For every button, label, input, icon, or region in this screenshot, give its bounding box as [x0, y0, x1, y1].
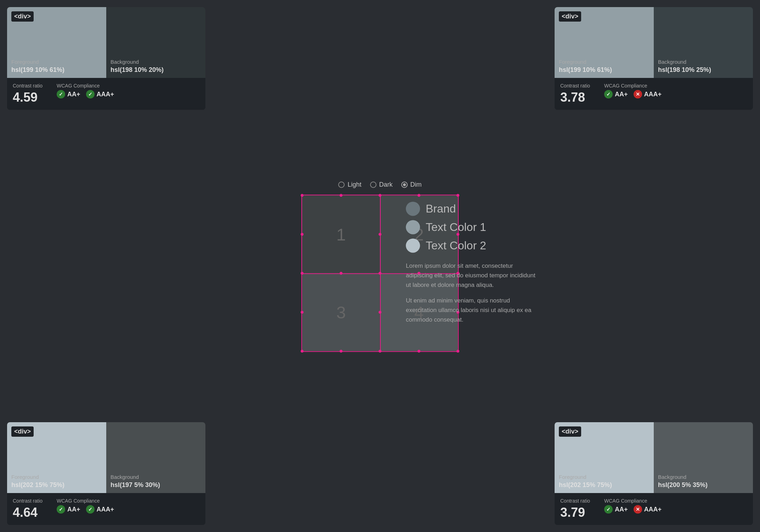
panel-br-info: Contrast ratio 3.79 WCAG Compliance ✓ AA… — [555, 493, 753, 525]
pink-dot-bl-mid-left — [301, 311, 304, 314]
panel-tl-info: Contrast ratio 4.59 WCAG Compliance ✓ AA… — [7, 78, 205, 110]
panel-tl-wcag: WCAG Compliance ✓ AA+ ✓ AAA+ — [57, 83, 114, 98]
panel-top-left: <div> Foreground hsl(199 10% 61%) Backgr… — [7, 7, 205, 110]
pink-dot-top-quarter-l — [340, 194, 342, 197]
panel-tl-bg-value: hsl(198 10% 20%) — [110, 66, 201, 74]
panel-tl-fg-value: hsl(199 10% 61%) — [11, 66, 102, 74]
radio-dark[interactable]: Dark — [370, 181, 393, 188]
text2-label: Text Color 2 — [426, 239, 486, 252]
panel-tl-info-row: Contrast ratio 4.59 WCAG Compliance ✓ AA… — [13, 83, 200, 105]
panel-tl-aa-badge: ✓ AA+ — [57, 90, 80, 98]
panel-tr-wcag: WCAG Compliance ✓ AA+ ✕ AAA+ — [604, 83, 662, 98]
color-legend: Brand Text Color 1 Text Color 2 — [406, 202, 540, 253]
radio-dim-dot — [403, 183, 406, 186]
pink-dot-top-center-mid — [379, 233, 381, 236]
panel-br-bg-value: hsl(200 5% 35%) — [658, 481, 749, 489]
panel-tr-label: <div> — [559, 11, 581, 22]
legend-text2: Text Color 2 — [406, 238, 540, 253]
panel-tl-aaa-badge: ✓ AAA+ — [86, 90, 114, 98]
panel-tr-bg-label: Background — [658, 59, 749, 65]
panel-bl-wcag: WCAG Compliance ✓ AA+ ✓ AAA+ — [57, 498, 114, 514]
radio-light[interactable]: Light — [338, 181, 361, 188]
panel-bottom-left: <div> Foreground hsl(202 15% 75%) Backgr… — [7, 422, 205, 525]
panel-tr-bg-swatch: Background hsl(198 10% 25%) — [654, 7, 753, 78]
panel-br-contrast: Contrast ratio 3.79 — [560, 498, 590, 520]
panel-br-aaa-badge: ✕ AAA+ — [634, 505, 662, 514]
panel-tl-contrast: Contrast ratio 4.59 — [13, 83, 42, 105]
radio-dark-label: Dark — [379, 181, 393, 188]
panel-tr-aaa-badge: ✕ AAA+ — [634, 90, 662, 98]
panel-tl-color-row: Foreground hsl(199 10% 61%) Background h… — [7, 7, 205, 78]
panel-tl-aa-label: AA+ — [67, 91, 80, 98]
radio-light-label: Light — [347, 181, 361, 188]
panel-tr-color-row: Foreground hsl(199 10% 61%) Background h… — [555, 7, 753, 78]
panel-br-badges: ✓ AA+ ✕ AAA+ — [604, 505, 662, 514]
pink-dot-mm — [379, 272, 381, 275]
panel-tl-aaa-icon: ✓ — [86, 90, 95, 98]
grid-cell-1: 1 — [302, 196, 380, 273]
pink-dot-mid-quarter-l — [340, 272, 342, 275]
grid-cell-3-label: 3 — [336, 302, 346, 322]
panel-bl-aa-badge: ✓ AA+ — [57, 505, 80, 514]
panel-tl-aaa-label: AAA+ — [97, 91, 114, 98]
pink-dot-bot-quarter-l — [340, 350, 342, 353]
panel-br-aa-icon: ✓ — [604, 505, 613, 514]
panel-tr-aa-icon: ✓ — [604, 90, 613, 98]
panel-tl-bg-swatch: Background hsl(198 10% 20%) — [106, 7, 205, 78]
panel-br-bg-swatch: Background hsl(200 5% 35%) — [654, 422, 753, 493]
panel-tr-aa-label: AA+ — [615, 91, 628, 98]
radio-light-circle — [338, 181, 345, 188]
panel-tr-info-row: Contrast ratio 3.78 WCAG Compliance ✓ AA… — [560, 83, 747, 105]
panel-tr-fg-value: hsl(199 10% 61%) — [559, 66, 650, 74]
panel-br-aa-badge: ✓ AA+ — [604, 505, 628, 514]
panel-bl-fg-value: hsl(202 15% 75%) — [11, 481, 102, 489]
panel-br-fg-label: Foreground — [559, 474, 650, 480]
panel-bl-bg-swatch: Background hsl(197 5% 30%) — [106, 422, 205, 493]
panel-bl-fg-label: Foreground — [11, 474, 102, 480]
panel-bl-aaa-icon: ✓ — [86, 505, 95, 514]
panel-tl-label: <div> — [11, 11, 34, 22]
panel-br-wcag: WCAG Compliance ✓ AA+ ✕ AAA+ — [604, 498, 662, 514]
pink-dot-bot-quarter-r — [418, 350, 420, 353]
pink-dot-tl-mid-left — [301, 233, 304, 236]
text2-dot — [406, 238, 420, 253]
radio-dark-circle — [370, 181, 376, 188]
pink-dot-bl — [301, 350, 304, 353]
panel-br-bg-label: Background — [658, 474, 749, 480]
lorem-p1: Lorem ipsum dolor sit amet, consectetur … — [406, 261, 540, 290]
pink-dot-top-quarter-r — [418, 194, 420, 197]
right-panel: Brand Text Color 1 Text Color 2 Lorem ip… — [406, 202, 540, 330]
grid-cell-1-label: 1 — [336, 225, 346, 244]
panel-bl-label: <div> — [11, 426, 34, 437]
radio-row: Light Dark Dim — [338, 181, 421, 188]
panel-bl-aa-label: AA+ — [67, 506, 80, 513]
radio-dim[interactable]: Dim — [401, 181, 422, 188]
grid-cell-3: 3 — [302, 273, 380, 351]
panel-tr-fg-label: Foreground — [559, 59, 650, 65]
panel-tr-bg-value: hsl(198 10% 25%) — [658, 66, 749, 74]
panel-bl-badges: ✓ AA+ ✓ AAA+ — [57, 505, 114, 514]
panel-tr-aaa-label: AAA+ — [644, 91, 662, 98]
text1-dot — [406, 220, 420, 234]
panel-top-right: <div> Foreground hsl(199 10% 61%) Backgr… — [555, 7, 753, 110]
panel-tl-aa-icon: ✓ — [57, 90, 65, 98]
lorem-p2: Ut enim ad minim veniam, quis nostrud ex… — [406, 296, 540, 325]
panel-tl-badges: ✓ AA+ ✓ AAA+ — [57, 90, 114, 98]
panel-tl-bg-label: Background — [110, 59, 201, 65]
legend-text1: Text Color 1 — [406, 220, 540, 234]
radio-dim-label: Dim — [410, 181, 422, 188]
panel-br-aaa-label: AAA+ — [644, 506, 662, 513]
panel-tr-aa-badge: ✓ AA+ — [604, 90, 628, 98]
pink-dot-bm — [379, 350, 381, 353]
panel-bl-contrast: Contrast ratio 4.64 — [13, 498, 42, 520]
pink-dot-br — [456, 350, 459, 353]
pink-dot-ml — [301, 272, 304, 275]
panel-bl-bg-value: hsl(197 5% 30%) — [110, 481, 201, 489]
panel-bl-info: Contrast ratio 4.64 WCAG Compliance ✓ AA… — [7, 493, 205, 525]
panel-br-info-row: Contrast ratio 3.79 WCAG Compliance ✓ AA… — [560, 498, 747, 520]
panel-tr-contrast: Contrast ratio 3.78 — [560, 83, 590, 105]
panel-br-fg-value: hsl(202 15% 75%) — [559, 481, 650, 489]
panel-bl-bg-label: Background — [110, 474, 201, 480]
radio-dim-circle — [401, 181, 408, 188]
panel-br-aaa-icon: ✕ — [634, 505, 642, 514]
